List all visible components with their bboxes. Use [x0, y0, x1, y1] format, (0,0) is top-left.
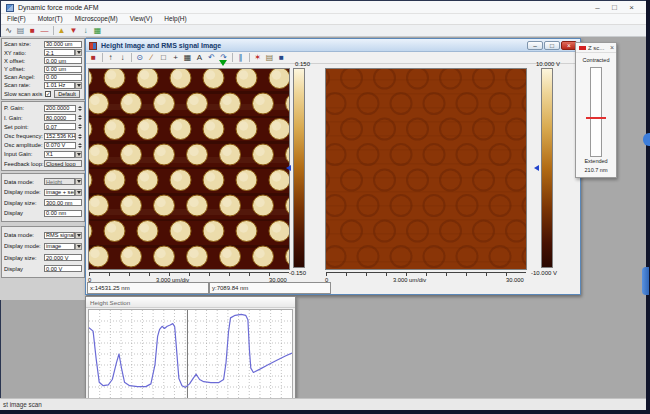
p-gain-spinner[interactable]: [77, 105, 82, 112]
waveform-icon[interactable]: ∿: [3, 26, 14, 36]
slow-scan-axis-checkbox[interactable]: ✓: [45, 91, 51, 97]
height-scale-marker-icon[interactable]: [286, 165, 291, 171]
i-gain-spin-down-icon[interactable]: [78, 118, 82, 120]
height-scale-bottom-label: -0.150: [289, 270, 306, 276]
edge-scroll-handle[interactable]: [643, 133, 650, 146]
set-point-spin-down-icon[interactable]: [78, 127, 82, 129]
osc-amplitude-field[interactable]: 0.070 V: [44, 142, 76, 149]
display-rms-field[interactable]: 0.00 V: [44, 265, 82, 272]
scan-angle-field[interactable]: 0.00: [44, 74, 82, 81]
osc-frequency-spin-down-icon[interactable]: [78, 137, 82, 139]
status-text: st image scan: [3, 401, 42, 408]
edge-panel-handle[interactable]: [642, 267, 649, 295]
p-gain-spin-down-icon[interactable]: [78, 109, 82, 111]
osc-amplitude-spin-down-icon[interactable]: [78, 146, 82, 148]
maximize-button[interactable]: □: [606, 2, 623, 13]
scan-rate-dropdown-button[interactable]: [75, 82, 82, 89]
osc-frequency-spinner[interactable]: [77, 133, 82, 140]
i-gain-spinner[interactable]: [77, 114, 82, 121]
p-gain-row: P. Gain:200.0000: [4, 105, 82, 113]
scan-size-field[interactable]: 30.000 um: [44, 41, 82, 48]
z-scan-close-button[interactable]: ×: [610, 44, 614, 52]
set-point-spinner[interactable]: [77, 123, 82, 130]
auto-approach-icon[interactable]: ↓: [80, 26, 91, 36]
copy-image-icon[interactable]: ▤: [264, 53, 275, 63]
image-window-minimize-button[interactable]: –: [527, 41, 543, 50]
scan-size-row: Scan size:30.000 um: [4, 41, 82, 49]
i-gain-spin-up-icon[interactable]: [78, 115, 82, 117]
xy-ratio-dropdown-button[interactable]: [75, 49, 82, 56]
color-scale-icon[interactable]: ■: [88, 53, 99, 63]
osc-amplitude-spinner[interactable]: [77, 142, 82, 149]
tip-retract-icon[interactable]: ▼: [68, 26, 79, 36]
annotation-icon[interactable]: A: [194, 53, 205, 63]
menu-motor[interactable]: Motor(T): [32, 14, 69, 24]
rms-image-display[interactable]: [325, 68, 527, 270]
zoom-icon[interactable]: ⊙: [134, 53, 145, 63]
rms-colorbar: [541, 68, 553, 268]
save-icon[interactable]: ■: [276, 53, 287, 63]
display-mode-height-field[interactable]: image + sec: [44, 189, 75, 196]
height-x-axis-ticks: [89, 273, 289, 276]
attach-icon[interactable]: ∥: [235, 53, 246, 63]
scan-rate-row: Scan rate:1.01 Hz: [4, 82, 82, 90]
y-offset-field[interactable]: 0.00 um: [44, 66, 82, 73]
data-mode-rms-dropdown-button[interactable]: [75, 232, 82, 239]
snapshot-icon[interactable]: ✶: [252, 53, 263, 63]
menu-microscope[interactable]: Microscope(M): [69, 14, 124, 24]
display-height-field[interactable]: 0.00 nm: [44, 210, 82, 217]
tip-approach-icon[interactable]: ▲: [56, 26, 67, 36]
pause-scan-icon[interactable]: —: [39, 26, 50, 36]
menu-file[interactable]: File(F): [1, 14, 32, 24]
display-size-height-row: Display size:300.00 nm: [4, 199, 82, 207]
grid-view-icon[interactable]: ▦: [182, 53, 193, 63]
p-gain-spin-up-icon[interactable]: [78, 106, 82, 108]
display-size-rms-field[interactable]: 20.000 V: [44, 254, 82, 261]
menu-help[interactable]: Help(H): [158, 14, 192, 24]
menu-view[interactable]: View(V): [124, 14, 159, 24]
input-gain-dropdown-button[interactable]: [75, 151, 82, 158]
select-rectangle-icon[interactable]: □: [158, 53, 169, 63]
height-image-display[interactable]: [88, 68, 290, 270]
display-size-height-label: Display size:: [4, 200, 44, 206]
input-gain-field[interactable]: X1: [44, 151, 75, 158]
set-point-field[interactable]: 0.07: [44, 123, 76, 130]
display-mode-height-dropdown-button[interactable]: [75, 189, 82, 196]
scan-rate-field[interactable]: 1.01 Hz: [44, 82, 75, 89]
meter-icon[interactable]: ▤: [15, 26, 26, 36]
x-offset-label: X offset:: [4, 58, 44, 64]
display-size-height-field[interactable]: 300.00 nm: [44, 199, 82, 206]
i-gain-field[interactable]: 80.0000: [44, 114, 76, 121]
input-gain-label: Input Gain:: [4, 151, 44, 157]
set-point-spin-up-icon[interactable]: [78, 124, 82, 126]
scan-line-marker-icon[interactable]: [219, 60, 227, 66]
toolbar-separator: [53, 26, 54, 35]
height-display-group: Data mode:HeightDisplay mode:image + sec…: [1, 173, 85, 222]
display-mode-rms-dropdown-button[interactable]: [75, 243, 82, 250]
p-gain-field[interactable]: 200.0000: [44, 105, 76, 112]
xy-ratio-field[interactable]: 2:1: [44, 49, 75, 56]
undo-icon[interactable]: ↶: [206, 53, 217, 63]
osc-frequency-spin-up-icon[interactable]: [78, 134, 82, 136]
line-down-icon[interactable]: ↓: [117, 53, 128, 63]
stop-scan-icon[interactable]: ■: [27, 26, 38, 36]
display-mode-rms-field[interactable]: image: [44, 243, 75, 250]
x-offset-field[interactable]: 0.00 um: [44, 57, 82, 64]
z-scan-titlebar[interactable]: Z sc... ×: [576, 43, 616, 53]
line-up-icon[interactable]: ↑: [105, 53, 116, 63]
osc-frequency-row: Osc frequency:152.536 KHz: [4, 132, 82, 140]
osc-frequency-field[interactable]: 152.536 KHz: [44, 133, 76, 140]
color-palette-icon[interactable]: ▦: [92, 26, 103, 36]
edit-icon[interactable]: ∕: [146, 53, 157, 63]
image-window-maximize-button[interactable]: □: [544, 41, 560, 50]
default-button[interactable]: Default: [54, 90, 80, 98]
minimize-button[interactable]: –: [589, 2, 606, 13]
data-mode-rms-field[interactable]: RMS signal: [44, 232, 75, 239]
osc-amplitude-spin-up-icon[interactable]: [78, 143, 82, 145]
display-mode-rms-row: Display mode:image: [4, 243, 82, 251]
cross-section-icon[interactable]: +: [170, 53, 181, 63]
close-button[interactable]: ×: [623, 2, 640, 13]
image-window-titlebar[interactable]: Height Image and RMS signal Image – □ ×: [86, 39, 580, 52]
rms-scale-marker-icon[interactable]: [534, 165, 539, 171]
height-section-titlebar[interactable]: Height Section: [86, 297, 295, 308]
